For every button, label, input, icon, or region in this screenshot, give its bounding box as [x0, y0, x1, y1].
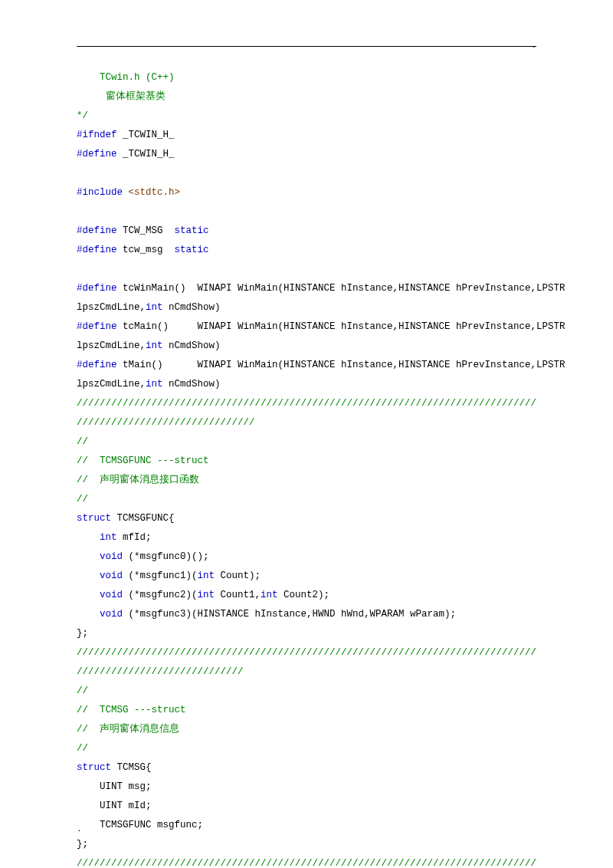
code-line: #ifndef _TCWIN_H_: [77, 126, 536, 145]
code-line: /////////////////////////////: [77, 663, 536, 682]
code-line: [77, 164, 536, 183]
code-line: lpszCmdLine,int nCmdShow): [77, 337, 536, 356]
code-line: void (*msgfunc1)(int Count);: [77, 567, 536, 586]
code-line: TCMSGFUNC msgfunc;: [77, 816, 536, 835]
code-line: void (*msgfunc2)(int Count1,int Count2);: [77, 586, 536, 605]
code-line: #define tcMain() WINAPI WinMain(HINSTANC…: [77, 317, 536, 337]
page: . TCwin.h (C++) 窗体框架基类*/#ifndef _TCWIN_H…: [0, 0, 613, 868]
code-line: void (*msgfunc0)();: [77, 547, 536, 567]
code-line: ////////////////////////////////////////…: [77, 643, 536, 663]
code-line: // TCMSG ---struct: [77, 701, 536, 720]
code-line: lpszCmdLine,int nCmdShow): [77, 375, 536, 394]
code-line: */: [77, 107, 536, 126]
code-line: #include <stdtc.h>: [77, 183, 536, 202]
code-line: struct TCMSG{: [77, 758, 536, 778]
code-line: [77, 260, 536, 279]
footer-dot: .: [77, 820, 82, 837]
header-rule: [77, 46, 536, 47]
code-line: //: [77, 432, 536, 452]
code-line: };: [77, 835, 536, 854]
code-line: //: [77, 682, 536, 701]
code-line: 窗体框架基类: [77, 87, 536, 107]
code-line: // TCMSGFUNC ---struct: [77, 452, 536, 471]
code-line: #define tMain() WINAPI WinMain(HINSTANCE…: [77, 356, 536, 375]
code-line: void (*msgfunc3)(HINSTANCE hInstance,HWN…: [77, 605, 536, 624]
code-line: int mfId;: [77, 528, 536, 547]
code-line: [77, 202, 536, 222]
code-block: TCwin.h (C++) 窗体框架基类*/#ifndef _TCWIN_H_#…: [77, 68, 536, 868]
code-line: struct TCMSGFUNC{: [77, 509, 536, 528]
code-line: #define tcw_msg static: [77, 241, 536, 260]
code-line: ////////////////////////////////////////…: [77, 394, 536, 413]
header-dot: .: [531, 37, 536, 54]
code-line: lpszCmdLine,int nCmdShow): [77, 298, 536, 317]
code-line: TCwin.h (C++): [77, 68, 536, 87]
code-line: UINT mId;: [77, 797, 536, 816]
code-line: ///////////////////////////////: [77, 413, 536, 432]
code-line: //: [77, 739, 536, 758]
code-line: #define tcWinMain() WINAPI WinMain(HINST…: [77, 279, 536, 298]
code-line: #define TCW_MSG static: [77, 222, 536, 241]
code-line: };: [77, 624, 536, 643]
code-line: UINT msg;: [77, 778, 536, 797]
code-line: // 声明窗体消息信息: [77, 720, 536, 739]
code-line: // 声明窗体消息接口函数: [77, 471, 536, 490]
code-line: ////////////////////////////////////////…: [77, 854, 536, 868]
code-line: //: [77, 490, 536, 509]
code-line: #define _TCWIN_H_: [77, 145, 536, 164]
